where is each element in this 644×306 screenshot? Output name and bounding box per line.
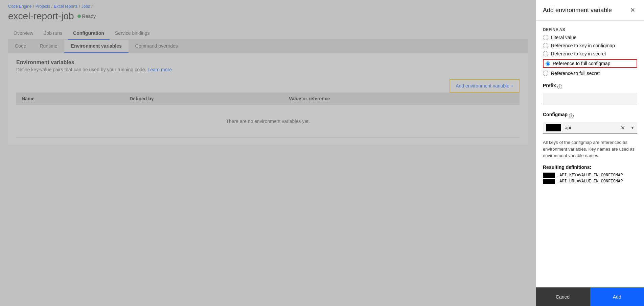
configmap-select[interactable]: -api ✕ ▼ xyxy=(543,122,637,134)
radio-label-full-configmap: Reference to full configmap xyxy=(553,61,610,66)
radio-input-literal[interactable] xyxy=(543,35,548,40)
configmap-info-text: All keys of the configmap are referenced… xyxy=(543,139,637,159)
resulting-definitions-title: Resulting definitions: xyxy=(543,164,637,170)
side-panel-header: Add environment variable ✕ xyxy=(536,0,644,21)
radio-label-full-secret: Reference to full secret xyxy=(551,71,600,76)
configmap-expand-button[interactable]: ▼ xyxy=(628,123,637,132)
radio-input-full-configmap[interactable] xyxy=(546,61,550,66)
prefix-label: Prefix xyxy=(543,83,556,88)
side-panel-footer: Cancel Add xyxy=(536,287,644,306)
radio-input-full-secret[interactable] xyxy=(543,71,548,76)
radio-input-key-secret[interactable] xyxy=(543,51,548,56)
result-text-2: _API_URL=VALUE_IN_CONFIGMAP xyxy=(557,179,623,184)
prefix-info-icon[interactable]: i xyxy=(557,84,562,89)
result-line-1: _API_KEY=VALUE_IN_CONFIGMAP xyxy=(543,173,637,178)
configmap-actions: ✕ ▼ xyxy=(618,123,637,133)
side-panel-title: Add environment variable xyxy=(543,7,612,14)
radio-ref-key-configmap[interactable]: Reference to key in configmap xyxy=(543,43,637,48)
define-as-label: Define as xyxy=(543,27,637,32)
configmap-label-row: Configmap i xyxy=(543,112,637,120)
result-code: _API_KEY=VALUE_IN_CONFIGMAP _API_URL=VAL… xyxy=(543,173,637,184)
result-text-1: _API_KEY=VALUE_IN_CONFIGMAP xyxy=(557,173,623,178)
close-button[interactable]: ✕ xyxy=(628,5,637,15)
cancel-button[interactable]: Cancel xyxy=(536,287,590,306)
radio-ref-full-configmap-wrapper[interactable]: Reference to full configmap xyxy=(543,59,637,68)
radio-group-define-as: Literal value Reference to key in config… xyxy=(543,35,637,76)
radio-input-key-configmap[interactable] xyxy=(543,43,548,48)
radio-label-key-secret: Reference to key in secret xyxy=(551,51,606,56)
side-panel-body: Define as Literal value Reference to key… xyxy=(536,21,644,287)
configmap-clear-button[interactable]: ✕ xyxy=(618,123,628,133)
result-black-box-2 xyxy=(543,179,555,184)
configmap-value-display: -api xyxy=(543,122,618,133)
configmap-black-box xyxy=(546,124,561,131)
configmap-label: Configmap xyxy=(543,112,568,117)
radio-ref-full-secret[interactable]: Reference to full secret xyxy=(543,71,637,76)
prefix-label-row: Prefix i xyxy=(543,83,637,91)
radio-label-key-configmap: Reference to key in configmap xyxy=(551,43,615,48)
result-line-2: _API_URL=VALUE_IN_CONFIGMAP xyxy=(543,179,637,184)
side-panel: Add environment variable ✕ Define as Lit… xyxy=(536,0,644,306)
configmap-info-icon[interactable]: i xyxy=(569,113,574,118)
radio-label-literal: Literal value xyxy=(551,35,577,40)
radio-literal-value[interactable]: Literal value xyxy=(543,35,637,40)
configmap-value-text: -api xyxy=(563,125,571,130)
prefix-input[interactable] xyxy=(543,93,637,105)
overlay xyxy=(0,0,536,306)
add-button[interactable]: Add xyxy=(590,287,644,306)
radio-ref-key-secret[interactable]: Reference to key in secret xyxy=(543,51,637,56)
result-black-box-1 xyxy=(543,173,555,178)
